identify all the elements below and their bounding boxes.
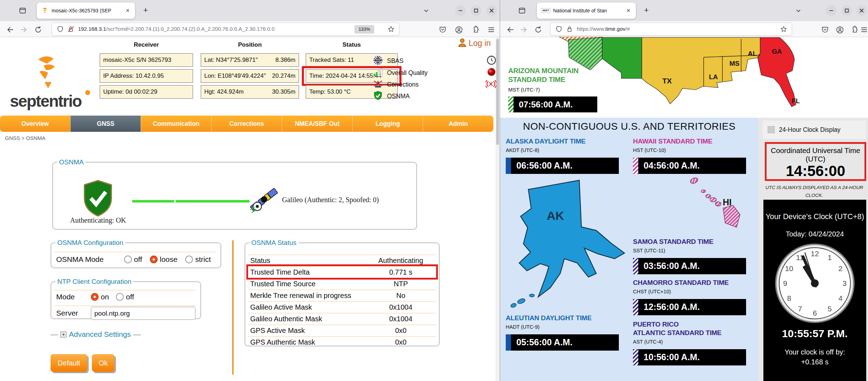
login-link[interactable]: Log in [458, 38, 491, 48]
hawaii-map[interactable] [688, 175, 750, 233]
menu-hamburger-icon[interactable] [859, 25, 868, 35]
tab-list-chevron-icon[interactable] [793, 6, 803, 16]
map-label-ak: AK [547, 209, 564, 222]
galileo-satellite-icon [248, 183, 281, 218]
alaska-map[interactable]: AK [505, 174, 628, 312]
expand-plus-icon[interactable]: + [60, 332, 66, 338]
url-bar[interactable]: 192.168.3.1/scr?cmd=2.200.74.(1).0_2.200… [52, 23, 399, 36]
clock-display-checkbox[interactable] [768, 126, 775, 133]
status-row: StatusAuthenticating [248, 254, 436, 266]
zone-time-box: 05:56:00 A.M. [506, 334, 619, 351]
forward-icon[interactable] [19, 25, 29, 35]
breadcrumb[interactable]: GNSS > OSNMA [5, 135, 46, 141]
radio-ntp-off-label[interactable]: off [126, 293, 134, 301]
tab-close-icon[interactable]: ✕ [124, 7, 131, 14]
new-tab-button[interactable]: + [141, 6, 151, 16]
firefox-view-icon[interactable] [18, 6, 28, 16]
zone-accent-bar [633, 258, 638, 274]
close-button[interactable] [856, 5, 867, 16]
clock-status-icon[interactable] [487, 55, 496, 66]
clock-offset-value: +0.168 s [763, 358, 866, 366]
radio-osnma-loose[interactable] [150, 256, 158, 263]
advanced-settings-label[interactable]: Advanced Settings [69, 330, 131, 339]
tab-close-icon[interactable]: ✕ [625, 7, 632, 14]
svg-text:3: 3 [843, 279, 847, 287]
maximize-button[interactable] [841, 5, 852, 16]
back-icon[interactable] [5, 25, 15, 35]
firefox-view-icon[interactable] [517, 6, 527, 16]
scrollbar-thumb[interactable] [496, 39, 499, 145]
osnma-row[interactable]: OSNMA [373, 91, 410, 102]
nav-tab-overview[interactable]: Overview [0, 116, 70, 132]
close-button[interactable] [486, 5, 497, 16]
extensions-puzzle-icon[interactable] [849, 25, 859, 35]
overall-quality-row[interactable]: Overall Quality [373, 68, 428, 78]
bookmark-star-icon[interactable] [780, 25, 787, 34]
url-bar[interactable]: https://www.time.gov/# [550, 23, 792, 36]
radio-ntp-off[interactable] [116, 293, 124, 301]
insecure-lock-icon[interactable] [67, 25, 75, 34]
zone-time: 07:56:00 A.M. [514, 100, 573, 110]
radio-osnma-loose-label[interactable]: loose [160, 255, 177, 264]
account-icon[interactable] [454, 25, 464, 35]
default-button[interactable]: Default [51, 354, 87, 372]
sbas-row[interactable]: SBAS [373, 55, 404, 66]
radio-osnma-strict[interactable] [185, 256, 193, 263]
zone-accent-bar [633, 299, 638, 315]
radio-ntp-on[interactable] [91, 293, 99, 301]
radio-osnma-off-label[interactable]: off [134, 255, 142, 264]
osnma-panel-legend: OSNMA [57, 158, 86, 166]
nav-tab-corrections[interactable]: Corrections [211, 116, 282, 132]
reload-icon[interactable] [533, 25, 543, 35]
osnma-shield-icon [373, 91, 383, 102]
audio-muted-icon[interactable] [486, 79, 496, 90]
nav-tab-gnss[interactable]: GNSS [70, 116, 141, 132]
tab-mosaic[interactable]: mosaic-X5c-3625793 (SEP ✕ [37, 2, 135, 19]
ntp-config-panel: NTP Client Configuration Mode on off Ser… [51, 278, 201, 319]
bookmark-star-icon[interactable] [387, 25, 395, 34]
corrections-label: Corrections [387, 81, 418, 88]
clock-display-toggle-row[interactable]: 24-Hour Clock Display [763, 121, 866, 139]
nist-favicon: NIST [541, 8, 550, 13]
extensions-puzzle-icon[interactable] [470, 25, 480, 35]
ok-button[interactable]: Ok [92, 354, 115, 372]
shield-icon[interactable] [555, 25, 563, 34]
url-text: https://www.time.gov/# [577, 26, 775, 32]
corrections-row[interactable]: Corrections [373, 79, 418, 90]
minimize-button[interactable] [455, 5, 466, 16]
zone-time-box: 07:56:00 A.M. [508, 96, 597, 112]
column-divider [232, 240, 234, 375]
account-icon[interactable] [835, 25, 845, 35]
ntp-server-input[interactable] [91, 307, 195, 320]
nav-tab-nmea[interactable]: NMEA/SBF Out [282, 116, 352, 132]
maximize-button[interactable] [471, 5, 481, 16]
advanced-settings-toggle[interactable]: — + Advanced Settings — [51, 330, 141, 339]
lock-icon[interactable] [566, 25, 573, 34]
nav-tab-communication[interactable]: Communication [141, 116, 211, 132]
progress-dot [174, 200, 176, 202]
forward-icon[interactable] [519, 25, 529, 35]
tab-timegov[interactable]: NIST National Institute of Stan ✕ [537, 2, 636, 19]
zone-alaska: ALASKA DAYLIGHT TIME AKDT (UTC-8) 06:56:… [506, 137, 620, 174]
pocket-icon[interactable] [438, 25, 447, 35]
battery-status-icon[interactable] [487, 68, 496, 78]
zone-accent-bar [633, 349, 638, 365]
radio-osnma-off[interactable] [124, 256, 132, 263]
svg-text:5: 5 [828, 305, 832, 313]
page-zoom-badge[interactable]: 133% [354, 25, 374, 34]
new-tab-button[interactable]: + [641, 6, 651, 16]
minimize-button[interactable] [826, 5, 837, 16]
tab-list-chevron-icon[interactable] [421, 6, 431, 16]
svg-text:6: 6 [813, 309, 817, 317]
zone-hawaii: HAWAII STANDARD TIME HST (UTC-10) 04:56:… [633, 137, 747, 174]
reload-icon[interactable] [33, 25, 43, 35]
radio-ntp-on-label[interactable]: on [101, 293, 109, 301]
pocket-icon[interactable] [820, 25, 830, 35]
shield-icon[interactable] [57, 25, 64, 34]
map-label-fl: FL [792, 97, 800, 105]
nav-tab-logging[interactable]: Logging [352, 116, 423, 132]
back-icon[interactable] [505, 25, 515, 35]
menu-hamburger-icon[interactable] [486, 25, 496, 35]
nav-tab-admin[interactable]: Admin [423, 116, 493, 132]
radio-osnma-strict-label[interactable]: strict [195, 255, 211, 264]
